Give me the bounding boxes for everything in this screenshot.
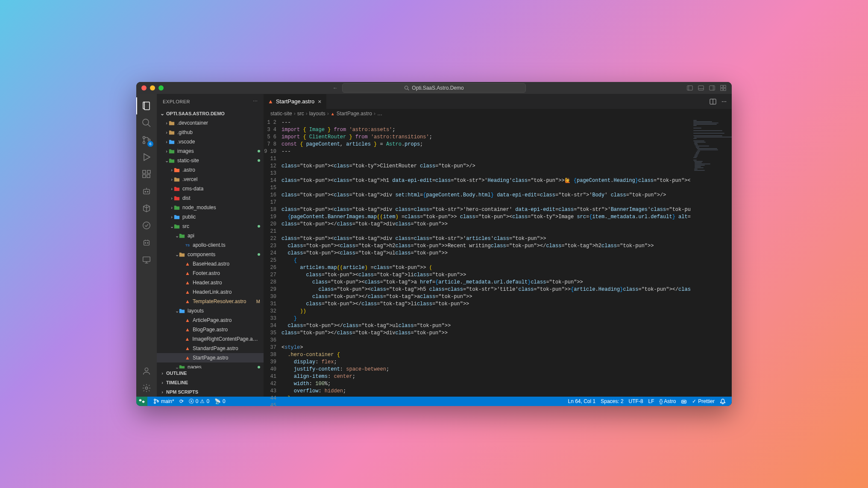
editor-body: 1 2 3 4 5 6 7 8 9 10 11 12 13 14 15 16 1… [264,118,732,397]
folder-api[interactable]: ⌄api [157,231,264,240]
sync-status[interactable]: ⟳ [177,398,186,404]
prettier-status[interactable]: ✓Prettier [689,398,717,404]
folder-layouts[interactable]: ⌄layouts [157,306,264,316]
copilot-activity-icon[interactable] [136,183,157,200]
tab-startpage[interactable]: ▲ StartPage.astro × [264,94,327,109]
astro-file-icon: ▲ [268,98,273,105]
folder-.github[interactable]: ›.github [157,128,264,137]
file-Header.astro[interactable]: ▲Header.astro [157,278,264,287]
extensions-activity-icon[interactable] [136,166,157,183]
breadcrumb-sep: › [374,111,375,117]
git-dirty-dot [258,159,260,162]
chevron-down-icon: ⌄ [159,111,165,117]
more-editor-actions-icon[interactable]: ⋯ [721,99,727,105]
customize-layout-icon[interactable] [720,85,727,91]
breadcrumb-item[interactable]: layouts [309,111,326,117]
breadcrumb-item[interactable]: … [377,111,382,117]
ports-status[interactable]: 📡0 [212,398,228,404]
settings-activity-icon[interactable] [136,380,157,397]
accounts-activity-icon[interactable] [136,362,157,380]
file-apollo-client.ts[interactable]: TSapollo-client.ts [157,240,264,250]
run-debug-activity-icon[interactable] [136,149,157,166]
folder-components[interactable]: ⌄components [157,250,264,259]
notifications-icon[interactable] [717,398,728,404]
close-tab-icon[interactable]: × [317,98,322,105]
remote-activity-icon[interactable] [136,251,157,268]
folder-pages[interactable]: ⌄pages [157,362,264,368]
file-Footer.astro[interactable]: ▲Footer.astro [157,269,264,278]
folder-images[interactable]: ›images [157,146,264,156]
toggle-primary-sidebar-icon[interactable] [686,85,693,91]
folder-cms-data[interactable]: ›cms-data [157,184,264,193]
svg-rect-20 [147,175,150,178]
astro-file-icon: ▲ [331,111,335,116]
branch-status[interactable]: main* [151,398,177,404]
folder-public[interactable]: ›public [157,212,264,222]
npm-section[interactable]: › NPM SCRIPTS [157,387,264,397]
cursor-position[interactable]: Ln 64, Col 1 [566,398,598,404]
svg-rect-18 [143,170,146,173]
chevron-right-icon: › [170,186,174,191]
minimap[interactable] [691,118,732,397]
toggle-panel-icon[interactable] [698,85,704,91]
timeline-section[interactable]: › TIMELINE [157,378,264,387]
breadcrumb-item[interactable]: static-site [270,111,292,117]
file-tree[interactable]: ›.devcontainer›.github›.vscode›images⌄st… [157,118,264,368]
explorer-activity-icon[interactable] [136,97,157,114]
folder-node_modules[interactable]: ›node_modules [157,203,264,212]
file-StandardPage.astro[interactable]: ▲StandardPage.astro [157,344,264,353]
outline-section[interactable]: › OUTLINE [157,368,264,378]
svg-point-42 [684,401,685,402]
project-root-section[interactable]: ⌄ OPTI.SAAS.ASTRO.DEMO [157,109,264,118]
scm-activity-icon[interactable]: 6 [136,131,157,149]
file-ImageRightContentPage.astro[interactable]: ▲ImageRightContentPage.astro [157,334,264,344]
indentation-status[interactable]: Spaces: 2 [598,398,626,404]
minimize-window-button[interactable] [150,85,155,91]
tree-label: static-site [177,158,199,164]
folder-icon [174,176,181,182]
extra-activity-icon[interactable] [136,234,157,251]
folder-src[interactable]: ⌄src [157,222,264,231]
breadcrumbs-bar[interactable]: static-site › src › layouts › ▲ StartPag… [264,109,732,118]
copilot-status-icon[interactable] [678,398,689,404]
breadcrumb-item[interactable]: src [297,111,304,117]
breadcrumb-item[interactable]: StartPage.astro [337,111,372,117]
folder-dist[interactable]: ›dist [157,193,264,203]
close-window-button[interactable] [141,85,147,91]
command-center[interactable]: Opti.SaaS.Astro.Demo [342,83,526,93]
file-TemplateResolver.astro[interactable]: ▲TemplateResolver.astroM [157,297,264,306]
split-editor-icon[interactable] [710,98,716,105]
file-icon: ▲ [184,336,191,342]
file-StartPage.astro[interactable]: ▲StartPage.astro [157,353,264,362]
code-editor[interactable]: ---import { Image } from 'astro:assets';… [282,118,691,397]
nav-back-icon[interactable]: ← [333,85,338,91]
explorer-more-icon[interactable]: ⋯ [253,99,258,104]
tree-label: BaseHead.astro [193,261,229,267]
file-HeaderLink.astro[interactable]: ▲HeaderLink.astro [157,287,264,297]
amazonq-activity-icon[interactable] [136,200,157,217]
testing-activity-icon[interactable] [136,217,157,234]
toggle-secondary-sidebar-icon[interactable] [709,85,716,91]
folder-.vscode[interactable]: ›.vscode [157,137,264,146]
problems-status[interactable]: ⓧ0 ⚠0 [186,398,212,405]
tree-label: .devcontainer [177,120,208,126]
maximize-window-button[interactable] [158,85,164,91]
folder-.astro[interactable]: ›.astro [157,165,264,175]
eol-status[interactable]: LF [646,398,657,404]
git-modified-badge: M [256,299,260,304]
file-ArticlePage.astro[interactable]: ▲ArticlePage.astro [157,316,264,325]
folder-.vercel[interactable]: ›.vercel [157,175,264,184]
svg-rect-30 [143,257,150,262]
file-BaseHead.astro[interactable]: ▲BaseHead.astro [157,259,264,269]
language-status[interactable]: {} Astro [657,398,679,404]
search-activity-icon[interactable] [136,114,157,131]
encoding-status[interactable]: UTF-8 [626,398,646,404]
file-BlogPage.astro[interactable]: ▲BlogPage.astro [157,325,264,334]
workbench: 6 [136,94,732,397]
remote-indicator[interactable] [136,397,147,406]
folder-static-site[interactable]: ⌄static-site [157,156,264,165]
file-icon: ▲ [184,327,191,333]
folder-.devcontainer[interactable]: ›.devcontainer [157,118,264,128]
editor-actions: ⋯ [710,94,732,109]
file-icon: ▲ [184,298,191,304]
